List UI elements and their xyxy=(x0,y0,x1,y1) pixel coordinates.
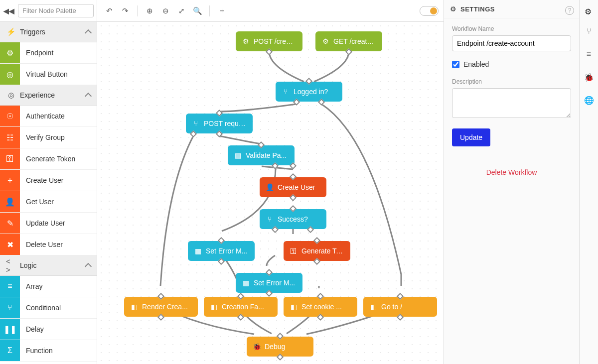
filter-input[interactable] xyxy=(18,4,94,17)
workflow-canvas[interactable]: ⚙ POST /creat... ⚙ GET /create... ⑂ Logg… xyxy=(97,22,444,364)
collapse-palette-button[interactable]: ◀◀ xyxy=(3,5,15,17)
palette-item-get-user[interactable]: 👤Get User xyxy=(0,191,97,213)
palette-item-update-user[interactable]: ✎Update User xyxy=(0,213,97,234)
node-success[interactable]: ⑂ Success? xyxy=(260,209,326,229)
node-post-create[interactable]: ⚙ POST /creat... xyxy=(236,31,302,51)
node-validate[interactable]: ▤ Validate Pa... xyxy=(228,145,295,165)
chevron-up-icon xyxy=(85,93,92,100)
section-label: Triggers xyxy=(20,28,82,36)
node-set-cookie[interactable]: ◧ Set cookie ... xyxy=(284,297,357,317)
reply-icon: ◧ xyxy=(130,303,138,311)
palette-item-icon: ＋ xyxy=(0,170,20,191)
palette-item-endpoint[interactable]: ⚙Endpoint xyxy=(0,42,97,64)
palette-item-icon: ⑂ xyxy=(0,297,20,318)
reply-icon: ◧ xyxy=(290,303,298,311)
palette-filter-row: ◀◀ xyxy=(0,0,97,22)
section-logic[interactable]: < > Logic xyxy=(0,255,97,276)
help-icon[interactable]: ? xyxy=(565,6,574,15)
palette-item-label: Delay xyxy=(20,325,50,333)
canvas-panel: ↶ ↷ ⊕ ⊖ ⤢ 🔍 ＋ xyxy=(97,0,444,364)
description-label: Description xyxy=(452,78,571,85)
settings-panel: ⚙ SETTINGS ? Workflow Name Enabled Descr… xyxy=(444,0,579,364)
debug-toggle[interactable] xyxy=(420,6,439,16)
rail-storage-icon[interactable]: ≡ xyxy=(584,49,595,60)
palette-item-label: Delete User xyxy=(20,241,69,248)
zoom-fit-button[interactable]: ⤢ xyxy=(174,4,188,18)
palette-item-verify-group[interactable]: ☷Verify Group xyxy=(0,127,97,148)
delete-workflow-link[interactable]: Delete Workflow xyxy=(452,168,571,176)
zoom-out-button[interactable]: ⊖ xyxy=(158,4,172,18)
chevron-up-icon xyxy=(85,29,92,36)
node-get-create[interactable]: ⚙ GET /create... xyxy=(315,31,382,51)
workflow-name-input[interactable] xyxy=(452,35,571,51)
node-creation-fail[interactable]: ◧ Creation Fa... xyxy=(204,297,278,317)
right-rail: ⚙ ⑂ ≡ 🐞 🌐 xyxy=(579,0,598,364)
node-debug[interactable]: 🐞 Debug xyxy=(247,337,313,357)
conditional-icon: ⑂ xyxy=(192,120,200,127)
node-label: Set Error M... xyxy=(206,247,247,255)
description-textarea[interactable] xyxy=(452,88,571,118)
palette-item-icon: ✎ xyxy=(0,213,20,234)
node-generate-token[interactable]: ⚿ Generate Token xyxy=(284,241,350,261)
node-set-error-1[interactable]: ▦ Set Error M... xyxy=(188,241,255,261)
add-note-button[interactable]: ＋ xyxy=(215,4,229,18)
palette-item-create-user[interactable]: ＋Create User xyxy=(0,170,97,191)
palette-item-label: Function xyxy=(20,347,59,355)
node-label: Validate Pa... xyxy=(246,151,287,159)
node-goto[interactable]: ◧ Go to / xyxy=(363,297,437,317)
node-label: Success? xyxy=(278,215,308,223)
node-palette: ◀◀ ⚡ Triggers ⚙Endpoint◎Virtual Button ◎… xyxy=(0,0,97,364)
reply-icon: ◧ xyxy=(210,303,218,311)
palette-item-generate-token[interactable]: ⚿Generate Token xyxy=(0,148,97,170)
palette-item-array[interactable]: ≡Array xyxy=(0,276,97,297)
reply-icon: ◧ xyxy=(369,303,377,311)
palette-item-icon: ❚❚ xyxy=(0,319,20,340)
zoom-reset-button[interactable]: 🔍 xyxy=(190,4,204,18)
node-render[interactable]: ◧ Render Crea... xyxy=(124,297,198,317)
section-experience[interactable]: ◎ Experience xyxy=(0,85,97,106)
create-user-icon: 👤 xyxy=(266,183,274,191)
rail-globe-icon[interactable]: 🌐 xyxy=(584,95,595,106)
palette-item-icon: ◎ xyxy=(0,64,20,85)
conditional-icon: ⑂ xyxy=(282,88,290,96)
palette-item-authenticate[interactable]: ☉Authenticate xyxy=(0,106,97,127)
section-label: Experience xyxy=(20,91,82,99)
zoom-in-button[interactable]: ⊕ xyxy=(143,4,156,18)
enabled-checkbox[interactable] xyxy=(452,61,459,68)
palette-item-icon: ☉ xyxy=(0,106,20,126)
palette-item-label: Virtual Button xyxy=(20,70,74,78)
node-create-user[interactable]: 👤 Create User xyxy=(260,177,326,197)
node-post-request[interactable]: ⑂ POST request? xyxy=(186,114,253,133)
enabled-checkbox-row[interactable]: Enabled xyxy=(452,60,571,68)
workflow-name-label: Workflow Name xyxy=(452,25,571,32)
update-button[interactable]: Update xyxy=(452,128,490,146)
experience-icon: ◎ xyxy=(6,90,16,100)
token-icon: ⚿ xyxy=(290,247,298,255)
undo-button[interactable]: ↶ xyxy=(102,4,116,18)
palette-item-delay[interactable]: ❚❚Delay xyxy=(0,319,97,340)
rail-debug-icon[interactable]: 🐞 xyxy=(584,72,595,83)
palette-item-label: Conditional xyxy=(20,304,67,312)
triggers-icon: ⚡ xyxy=(6,27,16,37)
debug-icon: 🐞 xyxy=(253,343,261,351)
node-logged-in[interactable]: ⑂ Logged in? xyxy=(276,82,342,102)
palette-item-delete-user[interactable]: ✖Delete User xyxy=(0,234,97,255)
chevron-up-icon xyxy=(85,263,92,270)
endpoint-icon: ⚙ xyxy=(242,37,250,45)
rail-versions-icon[interactable]: ⑂ xyxy=(584,26,595,37)
redo-button[interactable]: ↷ xyxy=(118,4,132,18)
palette-item-virtual-button[interactable]: ◎Virtual Button xyxy=(0,64,97,85)
palette-item-function[interactable]: ΣFunction xyxy=(0,340,97,362)
node-set-error-2[interactable]: ▦ Set Error M... xyxy=(236,273,302,293)
rail-settings-icon[interactable]: ⚙ xyxy=(583,6,594,17)
section-label: Logic xyxy=(20,261,82,269)
node-label: Go to / xyxy=(381,303,402,311)
palette-item-icon: 👤 xyxy=(0,191,20,212)
section-triggers[interactable]: ⚡ Triggers xyxy=(0,22,97,42)
gear-icon: ⚙ xyxy=(450,5,456,13)
palette-item-label: Verify Group xyxy=(20,133,71,141)
palette-item-label: Authenticate xyxy=(20,112,71,120)
validate-icon: ▤ xyxy=(234,151,242,159)
palette-item-icon: ☷ xyxy=(0,127,20,148)
palette-item-conditional[interactable]: ⑂Conditional xyxy=(0,297,97,319)
